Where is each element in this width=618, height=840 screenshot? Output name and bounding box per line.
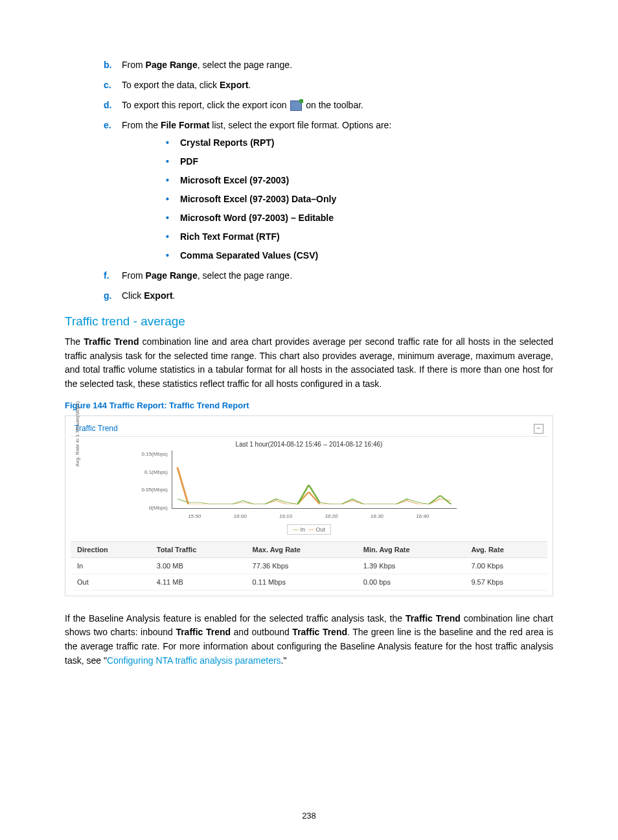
list-item: Comma Separated Values (CSV) [166,249,553,262]
cell: 1.39 Kbps [357,557,465,574]
step-f: f. From Page Range, select the page rang… [122,269,553,283]
y-axis-label: Avg. Rate in 1 Minute(Mbps) [74,401,80,467]
figure-panel: Traffic Trend − Last 1 hour(2014-08-12 1… [65,415,553,596]
step-c: c. To export the data, click Export. [122,78,553,92]
figure-caption: Figure 144 Traffic Report: Traffic Trend… [65,401,553,410]
cell: 9.57 Kbps [464,574,547,590]
text: Page Range [146,60,198,70]
text: on the toolbar. [303,100,363,110]
cell: In [71,557,150,574]
step-g: g. Click Export. [122,289,553,303]
cell: 77.36 Kbps [246,557,357,574]
text: and outbound [231,627,292,637]
text: ." [281,655,287,666]
th-max: Max. Avg Rate [246,541,357,557]
text: To export this report, click the export … [122,100,289,110]
text: . [173,290,176,301]
text: Traffic Trend [84,336,139,347]
chart-lines [172,450,457,509]
text: From [122,270,146,281]
export-icon [290,100,302,111]
y-tick: 0.1(Mbps) [144,469,168,474]
text: If the Baseline Analysis feature is enab… [65,613,406,624]
th-avg: Avg. Rate [464,541,547,557]
cell: 4.11 MB [150,574,246,590]
table-row: In 3.00 MB 77.36 Kbps 1.39 Kbps 7.00 Kbp… [71,557,547,574]
paragraph: The Traffic Trend combination line and a… [65,335,553,391]
text: Export [220,80,248,90]
step-e: e. From the File Format list, select the… [122,119,553,262]
chart-legend: — In — Out [287,524,331,535]
th-total: Total Traffic [150,541,246,557]
y-tick: 0(Mbps) [149,504,168,510]
cell: 3.00 MB [150,557,246,574]
text: . [248,80,251,90]
x-tick: 16:30 [371,513,383,519]
text: Export [144,290,172,301]
cell: 0.11 Mbps [246,574,357,590]
th-direction: Direction [71,541,150,557]
th-min: Min. Avg Rate [357,541,465,557]
text: Click [122,290,144,301]
y-tick: 0.05(Mbps) [142,487,168,493]
chart-title: Last 1 hour(2014-08-12 15:46 -- 2014-08-… [71,441,547,448]
y-tick: 0.15(Mbps) [142,451,168,457]
link-nta-params[interactable]: Configuring NTA traffic analysis paramet… [107,655,281,666]
cell: Out [71,574,150,590]
table-row: Out 4.11 MB 0.11 Mbps 0.00 bps 9.57 Kbps [71,574,547,590]
page-number: 238 [65,811,553,821]
list-item: Microsoft Word (97-2003) – Editable [166,211,553,225]
text: , select the page range. [198,60,292,70]
x-tick: 16:10 [279,513,292,519]
x-tick: 16:00 [234,513,247,519]
text: From the [122,120,161,130]
text: File Format [161,120,209,130]
file-format-list: Crystal Reports (RPT) PDF Microsoft Exce… [122,136,553,262]
collapse-icon[interactable]: − [534,424,544,434]
list-item: Microsoft Excel (97-2003) [166,174,553,187]
panel-header: Traffic Trend − [71,421,547,436]
cell: 0.00 bps [357,574,465,590]
cell: 7.00 Kbps [464,557,547,574]
text: Page Range [146,270,198,281]
step-b: b. From Page Range, select the page rang… [122,58,553,72]
list-item: Microsoft Excel (97-2003) Data–Only [166,192,553,206]
list-item: PDF [166,155,553,169]
legend-out: Out [316,526,326,533]
text: , select the page range. [198,270,292,281]
text: The [65,336,84,347]
stats-table: Direction Total Traffic Max. Avg Rate Mi… [71,541,547,590]
section-heading: Traffic trend - average [65,314,553,329]
chart: Last 1 hour(2014-08-12 15:46 -- 2014-08-… [71,436,547,535]
list-item: Rich Text Format (RTF) [166,230,553,244]
list-item: Crystal Reports (RPT) [166,136,553,150]
x-tick: 16:40 [416,513,429,519]
legend-in: In [300,526,305,533]
text: From [122,60,146,70]
paragraph: If the Baseline Analysis feature is enab… [65,612,553,668]
text: list, select the export file format. Opt… [209,120,391,130]
steps-list: b. From Page Range, select the page rang… [65,58,553,303]
text: Traffic Trend [406,613,461,624]
chart-plot: Avg. Rate in 1 Minute(Mbps) 0.15(Mbps) 0… [172,450,457,522]
text: Traffic Trend [292,627,347,637]
x-tick: 15:50 [188,513,201,519]
document-page: b. From Page Range, select the page rang… [0,0,618,840]
step-d: d. To export this report, click the expo… [122,99,553,112]
x-tick: 16:20 [325,513,338,519]
text: combination line and area chart provides… [65,336,553,389]
text: Traffic Trend [176,627,231,637]
panel-title: Traffic Trend [74,424,118,433]
text: To export the data, click [122,80,220,90]
